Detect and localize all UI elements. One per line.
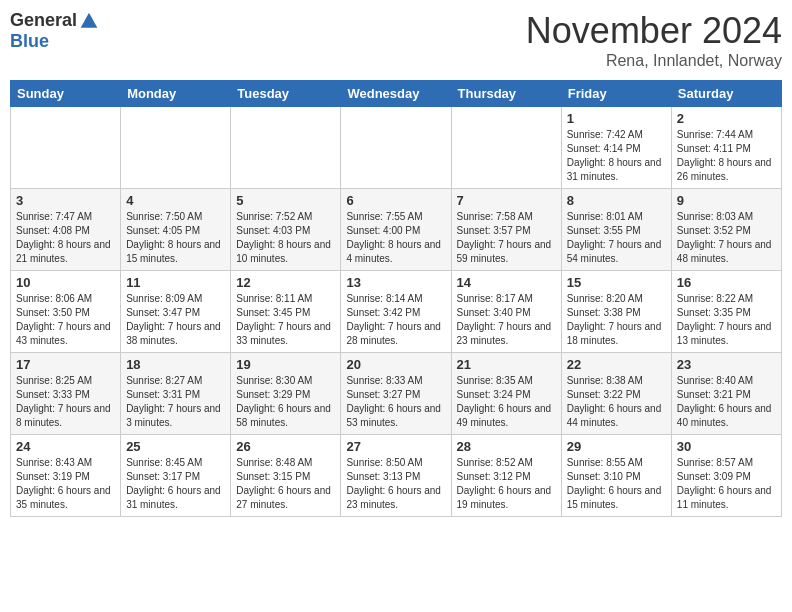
day-number: 24 [16, 439, 115, 454]
day-info: Sunrise: 8:35 AM Sunset: 3:24 PM Dayligh… [457, 374, 556, 430]
day-info: Sunrise: 8:43 AM Sunset: 3:19 PM Dayligh… [16, 456, 115, 512]
day-number: 19 [236, 357, 335, 372]
calendar-cell [341, 107, 451, 189]
day-info: Sunrise: 8:57 AM Sunset: 3:09 PM Dayligh… [677, 456, 776, 512]
calendar-cell: 8Sunrise: 8:01 AM Sunset: 3:55 PM Daylig… [561, 189, 671, 271]
calendar-cell: 14Sunrise: 8:17 AM Sunset: 3:40 PM Dayli… [451, 271, 561, 353]
calendar-cell: 4Sunrise: 7:50 AM Sunset: 4:05 PM Daylig… [121, 189, 231, 271]
calendar-cell: 21Sunrise: 8:35 AM Sunset: 3:24 PM Dayli… [451, 353, 561, 435]
day-number: 30 [677, 439, 776, 454]
day-number: 9 [677, 193, 776, 208]
day-number: 3 [16, 193, 115, 208]
day-info: Sunrise: 8:20 AM Sunset: 3:38 PM Dayligh… [567, 292, 666, 348]
logo-icon [79, 11, 99, 31]
day-number: 22 [567, 357, 666, 372]
day-info: Sunrise: 8:30 AM Sunset: 3:29 PM Dayligh… [236, 374, 335, 430]
day-number: 1 [567, 111, 666, 126]
day-number: 8 [567, 193, 666, 208]
day-info: Sunrise: 8:50 AM Sunset: 3:13 PM Dayligh… [346, 456, 445, 512]
day-number: 20 [346, 357, 445, 372]
page-header: General Blue November 2024 Rena, Innland… [10, 10, 782, 70]
day-info: Sunrise: 8:03 AM Sunset: 3:52 PM Dayligh… [677, 210, 776, 266]
logo-general-text: General [10, 10, 77, 31]
calendar-cell [451, 107, 561, 189]
day-info: Sunrise: 8:38 AM Sunset: 3:22 PM Dayligh… [567, 374, 666, 430]
day-number: 26 [236, 439, 335, 454]
day-number: 21 [457, 357, 556, 372]
calendar-cell: 6Sunrise: 7:55 AM Sunset: 4:00 PM Daylig… [341, 189, 451, 271]
calendar-cell: 20Sunrise: 8:33 AM Sunset: 3:27 PM Dayli… [341, 353, 451, 435]
calendar-cell: 10Sunrise: 8:06 AM Sunset: 3:50 PM Dayli… [11, 271, 121, 353]
svg-marker-0 [81, 12, 98, 27]
day-number: 10 [16, 275, 115, 290]
day-info: Sunrise: 8:33 AM Sunset: 3:27 PM Dayligh… [346, 374, 445, 430]
header-friday: Friday [561, 81, 671, 107]
day-number: 25 [126, 439, 225, 454]
week-row-4: 17Sunrise: 8:25 AM Sunset: 3:33 PM Dayli… [11, 353, 782, 435]
day-info: Sunrise: 8:01 AM Sunset: 3:55 PM Dayligh… [567, 210, 666, 266]
calendar-cell: 16Sunrise: 8:22 AM Sunset: 3:35 PM Dayli… [671, 271, 781, 353]
header-wednesday: Wednesday [341, 81, 451, 107]
calendar-cell: 5Sunrise: 7:52 AM Sunset: 4:03 PM Daylig… [231, 189, 341, 271]
day-info: Sunrise: 8:48 AM Sunset: 3:15 PM Dayligh… [236, 456, 335, 512]
calendar-cell: 19Sunrise: 8:30 AM Sunset: 3:29 PM Dayli… [231, 353, 341, 435]
calendar-cell: 9Sunrise: 8:03 AM Sunset: 3:52 PM Daylig… [671, 189, 781, 271]
day-number: 4 [126, 193, 225, 208]
day-info: Sunrise: 7:52 AM Sunset: 4:03 PM Dayligh… [236, 210, 335, 266]
calendar-header-row: SundayMondayTuesdayWednesdayThursdayFrid… [11, 81, 782, 107]
day-number: 6 [346, 193, 445, 208]
calendar-cell: 12Sunrise: 8:11 AM Sunset: 3:45 PM Dayli… [231, 271, 341, 353]
day-number: 28 [457, 439, 556, 454]
day-info: Sunrise: 7:47 AM Sunset: 4:08 PM Dayligh… [16, 210, 115, 266]
day-info: Sunrise: 8:09 AM Sunset: 3:47 PM Dayligh… [126, 292, 225, 348]
week-row-2: 3Sunrise: 7:47 AM Sunset: 4:08 PM Daylig… [11, 189, 782, 271]
day-number: 27 [346, 439, 445, 454]
header-tuesday: Tuesday [231, 81, 341, 107]
day-info: Sunrise: 8:14 AM Sunset: 3:42 PM Dayligh… [346, 292, 445, 348]
header-monday: Monday [121, 81, 231, 107]
day-number: 13 [346, 275, 445, 290]
day-info: Sunrise: 8:17 AM Sunset: 3:40 PM Dayligh… [457, 292, 556, 348]
header-sunday: Sunday [11, 81, 121, 107]
day-info: Sunrise: 7:58 AM Sunset: 3:57 PM Dayligh… [457, 210, 556, 266]
calendar-cell: 13Sunrise: 8:14 AM Sunset: 3:42 PM Dayli… [341, 271, 451, 353]
day-number: 2 [677, 111, 776, 126]
calendar-cell: 2Sunrise: 7:44 AM Sunset: 4:11 PM Daylig… [671, 107, 781, 189]
day-number: 12 [236, 275, 335, 290]
week-row-3: 10Sunrise: 8:06 AM Sunset: 3:50 PM Dayli… [11, 271, 782, 353]
day-number: 15 [567, 275, 666, 290]
calendar-cell [11, 107, 121, 189]
calendar-table: SundayMondayTuesdayWednesdayThursdayFrid… [10, 80, 782, 517]
calendar-cell: 23Sunrise: 8:40 AM Sunset: 3:21 PM Dayli… [671, 353, 781, 435]
month-title: November 2024 [526, 10, 782, 52]
day-info: Sunrise: 8:22 AM Sunset: 3:35 PM Dayligh… [677, 292, 776, 348]
calendar-cell [231, 107, 341, 189]
day-info: Sunrise: 8:11 AM Sunset: 3:45 PM Dayligh… [236, 292, 335, 348]
calendar-cell: 25Sunrise: 8:45 AM Sunset: 3:17 PM Dayli… [121, 435, 231, 517]
week-row-5: 24Sunrise: 8:43 AM Sunset: 3:19 PM Dayli… [11, 435, 782, 517]
day-info: Sunrise: 8:40 AM Sunset: 3:21 PM Dayligh… [677, 374, 776, 430]
calendar-cell: 11Sunrise: 8:09 AM Sunset: 3:47 PM Dayli… [121, 271, 231, 353]
calendar-cell: 18Sunrise: 8:27 AM Sunset: 3:31 PM Dayli… [121, 353, 231, 435]
calendar-cell: 26Sunrise: 8:48 AM Sunset: 3:15 PM Dayli… [231, 435, 341, 517]
calendar-cell: 24Sunrise: 8:43 AM Sunset: 3:19 PM Dayli… [11, 435, 121, 517]
day-number: 16 [677, 275, 776, 290]
calendar-cell: 27Sunrise: 8:50 AM Sunset: 3:13 PM Dayli… [341, 435, 451, 517]
day-number: 5 [236, 193, 335, 208]
day-number: 11 [126, 275, 225, 290]
calendar-cell: 7Sunrise: 7:58 AM Sunset: 3:57 PM Daylig… [451, 189, 561, 271]
day-info: Sunrise: 8:55 AM Sunset: 3:10 PM Dayligh… [567, 456, 666, 512]
day-number: 7 [457, 193, 556, 208]
day-info: Sunrise: 7:44 AM Sunset: 4:11 PM Dayligh… [677, 128, 776, 184]
calendar-cell: 3Sunrise: 7:47 AM Sunset: 4:08 PM Daylig… [11, 189, 121, 271]
calendar-cell: 17Sunrise: 8:25 AM Sunset: 3:33 PM Dayli… [11, 353, 121, 435]
calendar-cell: 28Sunrise: 8:52 AM Sunset: 3:12 PM Dayli… [451, 435, 561, 517]
calendar-cell: 22Sunrise: 8:38 AM Sunset: 3:22 PM Dayli… [561, 353, 671, 435]
logo: General Blue [10, 10, 99, 52]
day-info: Sunrise: 8:27 AM Sunset: 3:31 PM Dayligh… [126, 374, 225, 430]
calendar-cell: 29Sunrise: 8:55 AM Sunset: 3:10 PM Dayli… [561, 435, 671, 517]
week-row-1: 1Sunrise: 7:42 AM Sunset: 4:14 PM Daylig… [11, 107, 782, 189]
day-number: 14 [457, 275, 556, 290]
day-info: Sunrise: 8:06 AM Sunset: 3:50 PM Dayligh… [16, 292, 115, 348]
day-number: 17 [16, 357, 115, 372]
